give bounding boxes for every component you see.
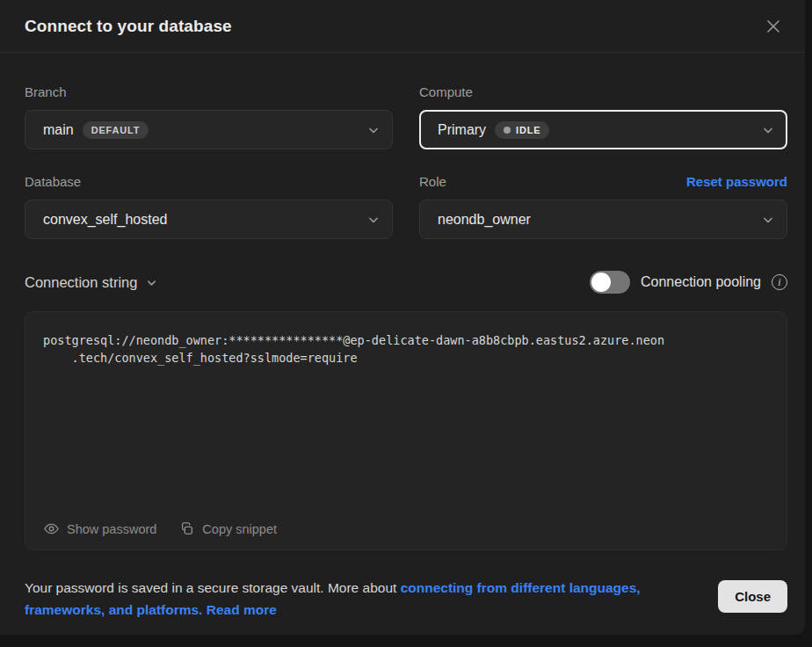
branch-value: main xyxy=(43,122,74,138)
copy-snippet-label: Copy snippet xyxy=(202,522,277,536)
dialog-body: Branch main DEFAULT Compute Primary IDLE xyxy=(0,84,805,621)
code-actions: Show password Copy snippet xyxy=(43,520,769,537)
copy-icon xyxy=(179,521,195,537)
fields-grid: Branch main DEFAULT Compute Primary IDLE xyxy=(25,84,787,239)
info-icon[interactable]: i xyxy=(772,274,787,290)
compute-field: Compute Primary IDLE xyxy=(419,84,787,149)
branch-label: Branch xyxy=(25,84,393,99)
connect-database-dialog: Connect to your database Branch main DEF… xyxy=(0,0,805,635)
database-select[interactable]: convex_self_hosted xyxy=(25,200,393,239)
connection-pooling-label: Connection pooling xyxy=(641,274,761,290)
eye-icon xyxy=(43,520,60,537)
read-more-link[interactable]: Read more xyxy=(207,602,277,617)
compute-status-badge: IDLE xyxy=(495,121,549,139)
role-value: neondb_owner xyxy=(438,212,531,228)
connection-options-row: Connection string Connection pooling i xyxy=(25,271,787,294)
chevron-down-icon xyxy=(146,277,157,288)
connection-pooling-toggle[interactable] xyxy=(590,271,630,294)
role-label: Role xyxy=(419,174,446,189)
dialog-header: Connect to your database xyxy=(0,0,805,53)
chevron-down-icon xyxy=(762,214,774,226)
connection-string-dropdown[interactable]: Connection string xyxy=(25,274,157,291)
connection-pooling-group: Connection pooling i xyxy=(590,271,787,294)
close-button[interactable]: Close xyxy=(718,580,787,613)
compute-value: Primary xyxy=(438,122,486,138)
chevron-down-icon xyxy=(367,214,380,226)
close-icon[interactable] xyxy=(759,12,787,40)
connection-string-label: Connection string xyxy=(25,274,137,291)
compute-status-text: IDLE xyxy=(516,125,540,135)
branch-default-badge: DEFAULT xyxy=(83,121,149,139)
compute-select[interactable]: Primary IDLE xyxy=(419,110,787,149)
reset-password-link[interactable]: Reset password xyxy=(686,174,787,189)
chevron-down-icon xyxy=(762,124,774,136)
role-label-row: Role Reset password xyxy=(419,174,787,200)
toggle-knob xyxy=(591,273,611,292)
database-label: Database xyxy=(25,174,393,189)
chevron-down-icon xyxy=(367,124,380,136)
dialog-title: Connect to your database xyxy=(25,17,232,36)
branch-select[interactable]: main DEFAULT xyxy=(25,110,393,149)
compute-label: Compute xyxy=(419,84,787,99)
footer-note: Your password is saved in a secure stora… xyxy=(25,577,675,621)
footer-note-text: Your password is saved in a secure stora… xyxy=(25,580,401,595)
dialog-footer: Your password is saved in a secure stora… xyxy=(25,577,787,621)
role-select[interactable]: neondb_owner xyxy=(419,200,787,239)
show-password-button[interactable]: Show password xyxy=(43,520,156,537)
idle-status-dot xyxy=(504,127,511,134)
connection-string-box: postgresql://neondb_owner:**************… xyxy=(25,311,787,550)
connection-string-value: postgresql://neondb_owner:**************… xyxy=(43,331,769,367)
database-field: Database convex_self_hosted xyxy=(25,174,393,239)
role-field: Role Reset password neondb_owner xyxy=(419,174,787,239)
copy-snippet-button[interactable]: Copy snippet xyxy=(179,521,277,537)
branch-field: Branch main DEFAULT xyxy=(25,84,393,149)
database-value: convex_self_hosted xyxy=(43,212,167,228)
show-password-label: Show password xyxy=(67,522,156,536)
